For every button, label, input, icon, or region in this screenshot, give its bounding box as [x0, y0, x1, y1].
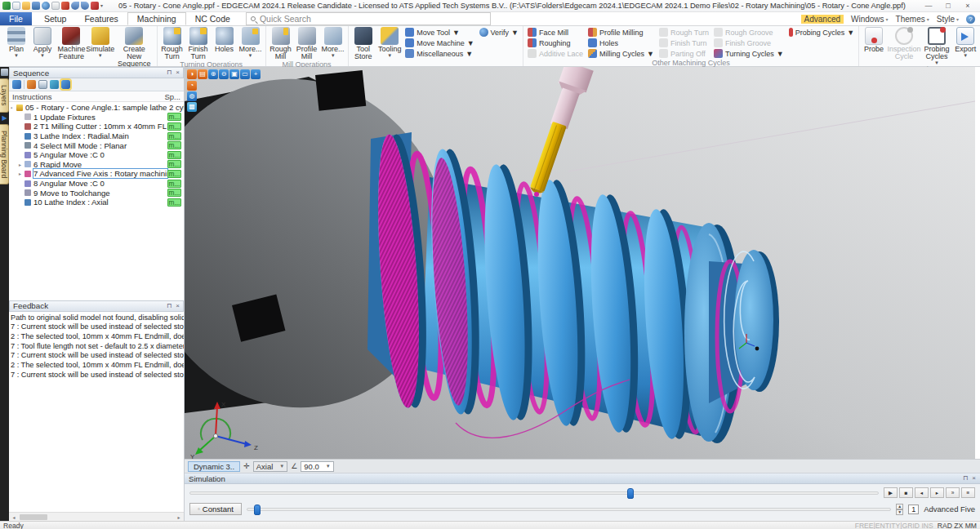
stop-button[interactable]: ■ — [899, 487, 913, 498]
ribbon-more[interactable]: More...▼ — [238, 27, 263, 58]
speed-handle[interactable] — [254, 505, 261, 515]
ribbon-rough-mill[interactable]: Rough Mill — [269, 27, 293, 60]
loop-selected-icon[interactable] — [61, 80, 70, 89]
scroll-thumb[interactable] — [20, 514, 47, 520]
ribbon-rough-turn[interactable]: Rough Turn — [160, 27, 185, 60]
expander-icon[interactable]: ▸ — [19, 171, 24, 176]
solid-view-icon[interactable]: ▩ — [187, 102, 197, 112]
close-icon[interactable]: × — [176, 303, 180, 309]
redo-icon[interactable] — [81, 2, 89, 10]
pin-icon[interactable]: ⊓ — [167, 69, 172, 76]
ribbon-move-tool[interactable]: Move Tool▼ — [403, 27, 475, 38]
feedback-hscrollbar[interactable]: ◂ ▸ — [9, 512, 184, 521]
zoom-out-icon[interactable]: ⊖ — [219, 69, 229, 79]
menu-advanced[interactable]: Advanced — [801, 15, 844, 24]
app-icon[interactable] — [2, 2, 11, 10]
ribbon-probing-cycles[interactable]: Probing Cycles▼ — [787, 27, 856, 38]
scroll-right-arrow[interactable]: ▸ — [175, 514, 183, 520]
ribbon-export[interactable]: Export▼ — [953, 27, 978, 58]
side-tab-planning-board[interactable]: Planning Board — [0, 124, 9, 184]
ribbon-probing-cycles[interactable]: Probing Cycles▼ — [922, 27, 951, 65]
expander-icon[interactable]: ▪ — [11, 105, 16, 110]
minimize-button[interactable]: — — [919, 1, 938, 11]
ribbon-machine-feature[interactable]: Machine Feature — [56, 27, 87, 60]
maximize-button[interactable]: □ — [938, 1, 958, 11]
view-sphere-icon[interactable]: ◍ — [187, 91, 197, 101]
refresh-icon[interactable] — [12, 80, 21, 89]
tab-machining[interactable]: Machining — [127, 12, 186, 25]
step-back-button[interactable]: ◂ — [915, 487, 929, 498]
ribbon-profile-milling[interactable]: Profile Milling — [586, 27, 656, 38]
constant-speed-button[interactable]: Constant — [189, 503, 242, 515]
sequence-item[interactable]: ▸6 Rapid Movem... — [9, 160, 184, 170]
ribbon-roughing[interactable]: Roughing — [526, 38, 585, 48]
stepper-up-icon[interactable]: ▲ — [896, 504, 903, 509]
zoom-window-icon[interactable]: ▣ — [229, 69, 239, 79]
ribbon-face-mill[interactable]: Face Mill — [526, 27, 585, 38]
ribbon-finish-turn[interactable]: Finish Turn — [186, 27, 211, 60]
ribbon-holes[interactable]: Holes — [586, 38, 656, 48]
help-icon[interactable]: ? — [966, 15, 975, 24]
expander-icon[interactable]: ▸ — [19, 162, 24, 167]
fast-forward-button[interactable]: » — [946, 487, 960, 498]
cycle-number[interactable]: 1 — [908, 505, 919, 514]
menu-windows[interactable]: Windows▾ — [851, 15, 889, 24]
3d-viewport[interactable]: X Y Z ◑▤⊕⊖▣▭+ ◔◍▩ — [185, 67, 980, 459]
ribbon-tooling[interactable]: Tooling▼ — [377, 27, 402, 58]
pin-icon[interactable]: ⊓ — [167, 303, 172, 309]
axis-select[interactable]: Axial▼ — [253, 461, 288, 472]
ribbon-probe[interactable]: Probe — [862, 27, 886, 53]
sequence-item[interactable]: 4 Select Mill Mode : Planarm... — [9, 140, 184, 150]
cycle-stepper[interactable]: ▲▼ — [896, 504, 903, 515]
ribbon-plan[interactable]: Plan▼ — [4, 27, 29, 58]
sequence-item[interactable]: 8 Angular Move :C 0m... — [9, 179, 184, 189]
tab-nc-code[interactable]: NC Code — [186, 12, 239, 25]
undo-icon[interactable] — [71, 2, 79, 10]
ribbon-apply[interactable]: Apply▼ — [30, 27, 55, 58]
options-button[interactable]: ≡ — [961, 487, 975, 498]
save-icon[interactable] — [32, 2, 40, 10]
dock-icon[interactable] — [1, 69, 8, 76]
ribbon-create-new-sequence[interactable]: Create New Sequence▼ — [114, 27, 154, 73]
sequence-item[interactable]: 3 Lathe Index : Radial.Mainm... — [9, 131, 184, 141]
delete-icon[interactable] — [91, 2, 99, 10]
tab-setup[interactable]: Setup — [35, 12, 75, 25]
sequence-root[interactable]: ▪05 - Rotary - Cone Angle.1: sample lath… — [9, 103, 184, 113]
stepper-down-icon[interactable]: ▼ — [896, 509, 903, 515]
pin-icon[interactable]: ⊓ — [963, 475, 968, 482]
machining-icon[interactable] — [27, 80, 36, 89]
ribbon-more[interactable]: More...▼ — [321, 27, 345, 58]
sequence-item[interactable]: 10 Lathe Index : Axialm... — [9, 198, 184, 207]
ribbon-profile-mill[interactable]: Profile Mill — [295, 27, 319, 60]
sequence-item[interactable]: ▸7 Advanced Five Axis : Rotary machining… — [9, 169, 184, 179]
scroll-track[interactable] — [18, 513, 175, 521]
tab-features[interactable]: Features — [75, 12, 127, 25]
dynamic-rotate-button[interactable]: Dynamic 3.. — [188, 461, 240, 472]
pan-icon[interactable]: + — [251, 69, 261, 79]
side-tab-layers[interactable]: Layers — [0, 78, 9, 113]
menu-themes[interactable]: Themes▾ — [896, 15, 929, 24]
ribbon-simulate[interactable]: Simulate▼ — [88, 27, 113, 58]
ribbon-holes[interactable]: Holes — [212, 27, 237, 53]
close-button[interactable]: × — [958, 1, 978, 11]
tab-file[interactable]: File — [0, 12, 32, 25]
progress-handle[interactable] — [627, 488, 634, 499]
ribbon-verify[interactable]: Verify▼ — [478, 27, 520, 38]
brush-icon[interactable] — [61, 2, 69, 10]
close-icon[interactable]: × — [176, 69, 180, 76]
window-icon[interactable] — [38, 80, 47, 89]
close-icon[interactable]: × — [972, 475, 976, 482]
cycle-icon[interactable] — [50, 80, 59, 89]
zoom-in-icon[interactable]: ⊕ — [208, 69, 218, 79]
sequence-item[interactable]: 9 Move to Toolchangem... — [9, 188, 184, 198]
sequence-item[interactable]: 1 Update Fixturesm... — [9, 113, 184, 122]
play-button[interactable]: ▶ — [884, 487, 898, 498]
simulation-colors-icon[interactable]: ◔ — [187, 81, 197, 91]
ribbon-tool-store[interactable]: Tool Store — [351, 27, 376, 60]
ribbon-milling-cycles[interactable]: Milling Cycles▼ — [586, 48, 656, 59]
info-icon[interactable] — [42, 2, 50, 10]
expand-arrow-icon[interactable]: ▶ — [2, 115, 7, 122]
menu-style[interactable]: Style▾ — [937, 15, 959, 24]
select-icon[interactable] — [51, 2, 60, 10]
angle-select[interactable]: 90.0▼ — [301, 461, 333, 472]
